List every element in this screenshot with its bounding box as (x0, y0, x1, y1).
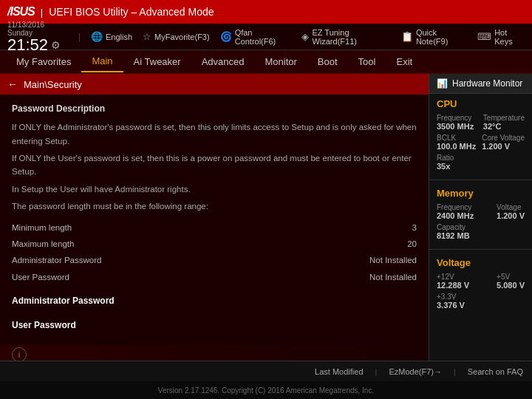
min-length-value: 3 (412, 221, 417, 234)
max-length-value: 20 (407, 237, 417, 250)
mem-capacity-row: Capacity 8192 MB (437, 223, 525, 240)
user-password-status-label: User Password (12, 270, 69, 284)
settings-gear-icon[interactable]: ⚙ (51, 40, 61, 50)
myfavorite-label: MyFavorite(F3) (154, 33, 210, 41)
v33-label: +3.3V (437, 293, 465, 301)
sep1: | (78, 32, 81, 42)
nav-tool[interactable]: Tool (348, 52, 386, 72)
footer-sep2: | (454, 367, 456, 376)
left-panel: ← Main\Security Password Description If … (0, 74, 429, 366)
ez-mode-item[interactable]: EzMode(F7)→ (389, 367, 442, 376)
time-text: 21:52 (7, 37, 48, 53)
info-icon[interactable]: i (12, 347, 27, 362)
language-icon: 🌐 (91, 31, 103, 42)
cpu-section-title: CPU (437, 98, 525, 109)
user-password-status-value: Not Installed (369, 270, 417, 284)
search-faq-item[interactable]: Search on FAQ (468, 367, 523, 376)
v12-label: +12V (437, 273, 469, 281)
voltage-33-row: +3.3V 3.376 V (437, 293, 525, 310)
language-item[interactable]: 🌐 English (91, 31, 132, 42)
ratio-value: 35x (437, 162, 454, 171)
nav-main[interactable]: Main (81, 51, 123, 72)
admin-password-status-value: Not Installed (369, 253, 417, 267)
cpu-section: CPU Frequency 3500 MHz Temperature 32°C … (429, 94, 532, 177)
nav-my-favorites[interactable]: My Favorites (6, 52, 81, 72)
security-content: Password Description If ONLY the Adminis… (0, 95, 429, 341)
nav-advanced[interactable]: Advanced (191, 52, 255, 72)
max-length-row: Maximum length 20 (12, 236, 417, 252)
cpu-memory-divider (429, 180, 532, 180)
ez-mode-label: EzMode(F7)→ (389, 367, 442, 376)
mem-freq-label: Frequency (437, 203, 474, 211)
user-password-button[interactable]: User Password (12, 317, 417, 334)
voltage-section: Voltage +12V 12.288 V +5V 5.080 V +3.3V … (429, 253, 532, 316)
core-voltage-value: 1.200 V (482, 142, 525, 151)
desc-user-password: If ONLY the User's password is set, then… (12, 151, 417, 179)
max-length-label: Maximum length (12, 237, 74, 250)
search-faq-label: Search on FAQ (468, 367, 523, 376)
last-modified-label: Last Modified (315, 367, 363, 376)
title-bar: /ISUS | UEFI BIOS Utility – Advanced Mod… (0, 0, 532, 24)
mem-voltage-value: 1.200 V (497, 211, 525, 220)
language-label: English (106, 33, 132, 41)
breadcrumb: Main\Security (24, 79, 82, 90)
password-description-title: Password Description (12, 102, 417, 116)
cpu-bclk-row: BCLK 100.0 MHz Core Voltage 1.200 V (437, 134, 525, 151)
back-button[interactable]: ← (7, 78, 18, 90)
hotkeys-icon: ⌨ (477, 31, 491, 42)
bclk-value: 100.0 MHz (437, 142, 476, 151)
v5-label: +5V (497, 273, 525, 281)
breadcrumb-bar: ← Main\Security (0, 74, 429, 95)
footer-sep1: | (375, 367, 378, 376)
cpu-freq-row: Frequency 3500 MHz Temperature 32°C (437, 114, 525, 131)
hotkeys-item[interactable]: ⌨ Hot Keys (477, 28, 525, 46)
hw-monitor-title: 📊 Hardware Monitor (429, 74, 532, 94)
memory-voltage-divider (429, 249, 532, 250)
memory-section: Memory Frequency 2400 MHz Voltage 1.200 … (429, 183, 532, 246)
note-icon: 📋 (401, 31, 413, 42)
mem-voltage-label: Voltage (497, 203, 525, 211)
cpu-temp-value: 32°C (483, 122, 525, 131)
myfavorite-item[interactable]: ☆ MyFavorite(F3) (143, 31, 210, 42)
admin-password-status-label: Administrator Password (12, 253, 101, 267)
nav-ai-tweaker[interactable]: Ai Tweaker (123, 52, 191, 72)
mem-freq-row: Frequency 2400 MHz Voltage 1.200 V (437, 203, 525, 220)
cpu-temp-label: Temperature (483, 114, 525, 122)
capacity-label: Capacity (437, 223, 470, 231)
cpu-freq-label: Frequency (437, 114, 474, 122)
memory-section-title: Memory (437, 188, 525, 199)
date-text: 11/13/2016 Sunday (7, 21, 68, 37)
nav-boot[interactable]: Boot (307, 52, 348, 72)
title-separator: | (41, 7, 43, 18)
eztuning-label: EZ Tuning Wizard(F11) (312, 28, 391, 46)
time-block: 21:52 ⚙ (7, 37, 68, 53)
voltage-section-title: Voltage (437, 257, 525, 268)
datetime-block: 11/13/2016 Sunday 21:52 ⚙ (7, 21, 68, 53)
core-voltage-label: Core Voltage (482, 134, 525, 142)
nav-monitor[interactable]: Monitor (255, 52, 307, 72)
eztuning-item[interactable]: ◈ EZ Tuning Wizard(F11) (301, 28, 391, 46)
bclk-label: BCLK (437, 134, 476, 142)
last-modified-item[interactable]: Last Modified (315, 367, 363, 376)
nav-exit[interactable]: Exit (386, 52, 423, 72)
bottom-bar: Version 2.17.1246. Copyright (C) 2016 Am… (0, 381, 532, 399)
user-password-row: User Password Not Installed (12, 269, 417, 285)
asus-logo: /ISUS (7, 5, 35, 18)
cpu-freq-value: 3500 MHz (437, 122, 474, 131)
qfan-label: Qfan Control(F6) (235, 28, 292, 46)
admin-password-button[interactable]: Administrator Password (12, 293, 417, 310)
qfan-item[interactable]: 🌀 Qfan Control(F6) (220, 28, 292, 46)
settings-table: Minimum length 3 Maximum length 20 Admin… (12, 219, 417, 286)
v33-value: 3.376 V (437, 301, 465, 310)
fan-icon: 🌀 (220, 31, 232, 42)
min-length-row: Minimum length 3 (12, 219, 417, 236)
admin-password-row: Administrator Password Not Installed (12, 252, 417, 268)
app-title: UEFI BIOS Utility – Advanced Mode (49, 6, 214, 18)
version-text: Version 2.17.1246. Copyright (C) 2016 Am… (158, 386, 374, 395)
quicknote-item[interactable]: 📋 Quick Note(F9) (401, 28, 467, 46)
hotkeys-label: Hot Keys (494, 28, 525, 46)
capacity-value: 8192 MB (437, 231, 470, 240)
v5-value: 5.080 V (497, 281, 525, 290)
hardware-monitor-panel: 📊 Hardware Monitor CPU Frequency 3500 MH… (429, 74, 532, 366)
desc-admin-rights: In Setup the User will have Administrato… (12, 183, 417, 196)
